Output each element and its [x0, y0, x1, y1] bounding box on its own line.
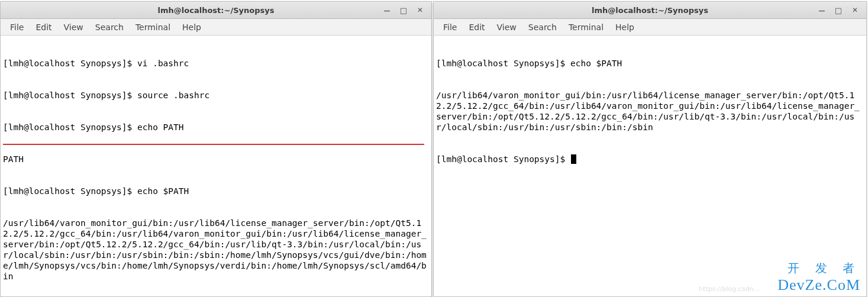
highlight-underline: [3, 144, 424, 145]
menu-help[interactable]: Help: [609, 20, 640, 34]
window-controls-left: [383, 6, 429, 14]
desktop: lmh@localhost:~/Synopsys File Edit View …: [0, 0, 868, 297]
terminal-prompt-line: [lmh@localhost Synopsys]$: [436, 154, 864, 164]
menu-file[interactable]: File: [437, 20, 463, 34]
window-controls-right: [818, 6, 864, 14]
prompt-text: [lmh@localhost Synopsys]$: [436, 154, 570, 164]
menu-help[interactable]: Help: [176, 20, 207, 34]
terminal-line: /usr/lib64/varon_monitor_gui/bin:/usr/li…: [436, 90, 864, 133]
minimize-icon[interactable]: [818, 6, 826, 14]
menu-file[interactable]: File: [4, 20, 30, 34]
menu-view[interactable]: View: [58, 20, 89, 34]
titlebar-right[interactable]: lmh@localhost:~/Synopsys: [434, 2, 866, 19]
terminal-body-left[interactable]: [lmh@localhost Synopsys]$ vi .bashrc [lm…: [1, 35, 431, 296]
terminal-window-left: lmh@localhost:~/Synopsys File Edit View …: [0, 1, 432, 297]
maximize-icon[interactable]: [834, 6, 843, 14]
menu-edit[interactable]: Edit: [30, 20, 57, 34]
close-icon[interactable]: [851, 6, 859, 14]
menu-edit[interactable]: Edit: [463, 20, 491, 34]
close-icon[interactable]: [416, 6, 424, 14]
terminal-line: [lmh@localhost Synopsys]$ echo $PATH: [3, 186, 429, 196]
minimize-icon[interactable]: [383, 6, 391, 14]
titlebar-left[interactable]: lmh@localhost:~/Synopsys: [1, 2, 431, 19]
terminal-line: PATH: [3, 154, 429, 164]
menu-search[interactable]: Search: [522, 20, 563, 34]
terminal-line: /usr/lib64/varon_monitor_gui/bin:/usr/li…: [3, 218, 429, 282]
terminal-line: [lmh@localhost Synopsys]$ source .bashrc: [3, 90, 429, 101]
menubar-right: File Edit View Search Terminal Help: [434, 19, 866, 35]
menu-search[interactable]: Search: [89, 20, 130, 34]
terminal-line: [lmh@localhost Synopsys]$ echo PATH: [3, 122, 429, 133]
window-title: lmh@localhost:~/Synopsys: [158, 6, 275, 15]
window-title: lmh@localhost:~/Synopsys: [592, 6, 708, 15]
terminal-body-right[interactable]: [lmh@localhost Synopsys]$ echo $PATH /us…: [434, 35, 866, 296]
menubar-left: File Edit View Search Terminal Help: [1, 19, 431, 35]
terminal-line: [lmh@localhost Synopsys]$ vi .bashrc: [3, 58, 429, 69]
menu-terminal[interactable]: Terminal: [130, 20, 176, 34]
cursor-icon: [571, 154, 576, 164]
terminal-window-right: lmh@localhost:~/Synopsys File Edit View …: [433, 1, 867, 297]
maximize-icon[interactable]: [399, 6, 408, 14]
menu-terminal[interactable]: Terminal: [563, 20, 609, 34]
terminal-line: [lmh@localhost Synopsys]$ echo $PATH: [436, 58, 864, 69]
menu-view[interactable]: View: [491, 20, 522, 34]
